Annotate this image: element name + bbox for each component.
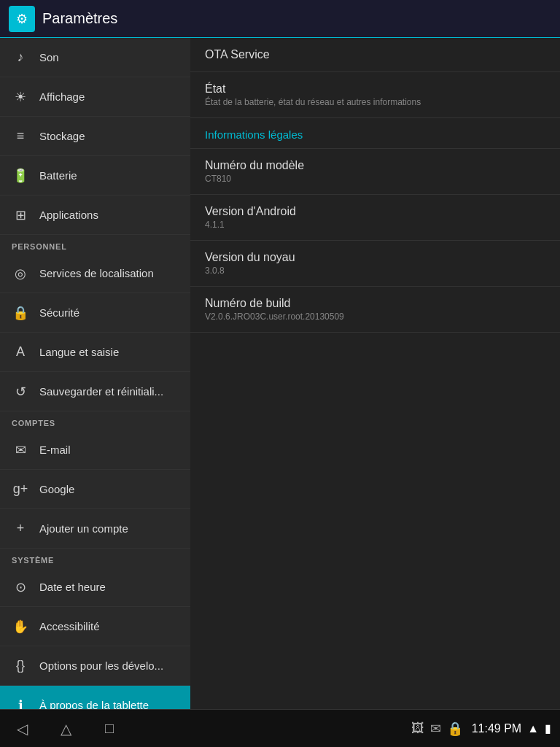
- sidebar-item-add-account[interactable]: +Ajouter un compte: [0, 509, 190, 549]
- sidebar-item-batterie[interactable]: 🔋Batterie: [0, 156, 190, 196]
- item-title-version-noyau: Version du noyau: [205, 251, 545, 264]
- page-title: Paramètres: [42, 10, 117, 27]
- item-subtitle-numero-modele: CT810: [205, 174, 545, 184]
- sauvegarder-icon: ↺: [12, 383, 29, 400]
- sidebar-item-securite[interactable]: 🔒Sécurité: [0, 293, 190, 333]
- sidebar-item-a-propos[interactable]: ℹÀ propos de la tablette: [0, 686, 190, 709]
- sidebar-label-sauvegarder: Sauvegarder et réinitiali...: [39, 385, 163, 398]
- bottom-nav: ◁ △ □ 🖼 ✉ 🔒 11:49 PM ▲ ▮: [0, 709, 560, 747]
- google-icon: g+: [12, 481, 29, 498]
- applications-icon: ⊞: [12, 206, 29, 224]
- item-subtitle-numero-build: V2.0.6.JRO03C.user.root.20130509: [205, 311, 545, 322]
- content-item-version-noyau[interactable]: Version du noyau3.0.8: [190, 241, 560, 287]
- sidebar-label-a-propos: À propos de la tablette: [39, 699, 149, 709]
- sidebar-label-add-account: Ajouter un compte: [39, 522, 128, 535]
- accessibilite-icon: ✋: [12, 618, 29, 635]
- item-title-numero-build: Numéro de build: [205, 297, 545, 310]
- stockage-icon: ≡: [12, 128, 29, 145]
- sidebar-item-stockage[interactable]: ≡Stockage: [0, 117, 190, 156]
- add-account-icon: +: [12, 520, 29, 538]
- batterie-icon: 🔋: [12, 167, 29, 185]
- settings-icon: ⚙: [16, 11, 28, 27]
- content-area: OTA ServiceÉtatÉtat de la batterie, état…: [190, 38, 560, 709]
- sidebar-item-localisation[interactable]: ◎Services de localisation: [0, 254, 190, 293]
- sidebar-label-affichage: Affichage: [39, 90, 85, 103]
- email-icon: ✉: [12, 441, 29, 459]
- main-layout: ♪Son☀Affichage≡Stockage🔋Batterie⊞Applica…: [0, 38, 560, 709]
- top-bar: ⚙ Paramètres: [0, 0, 560, 38]
- sidebar-item-applications[interactable]: ⊞Applications: [0, 196, 190, 235]
- localisation-icon: ◎: [12, 265, 29, 282]
- wifi-icon: ▲: [527, 722, 539, 735]
- gallery-icon: 🖼: [411, 721, 424, 736]
- time-display: 11:49 PM: [472, 722, 521, 735]
- sidebar-item-son[interactable]: ♪Son: [0, 38, 190, 77]
- mail-icon: ✉: [430, 721, 441, 737]
- sidebar-item-affichage[interactable]: ☀Affichage: [0, 77, 190, 117]
- sidebar-item-options-dev[interactable]: {}Options pour les dévelo...: [0, 646, 190, 686]
- options-dev-icon: {}: [12, 657, 29, 675]
- back-button[interactable]: ◁: [0, 714, 44, 743]
- langue-icon: A: [12, 344, 29, 361]
- sidebar-label-langue: Langue et saisie: [39, 346, 119, 358]
- sidebar-label-applications: Applications: [39, 209, 98, 221]
- sidebar-label-batterie: Batterie: [39, 169, 77, 182]
- affichage-icon: ☀: [12, 88, 29, 106]
- sidebar-item-accessibilite[interactable]: ✋Accessibilité: [0, 607, 190, 646]
- content-item-numero-modele[interactable]: Numéro du modèleCT810: [190, 149, 560, 195]
- battery-icon: ▮: [545, 721, 551, 735]
- sidebar-item-email[interactable]: ✉E-mail: [0, 430, 190, 470]
- sidebar-label-securite: Sécurité: [39, 306, 79, 319]
- sidebar-label-stockage: Stockage: [39, 130, 85, 142]
- sidebar-label-localisation: Services de localisation: [39, 267, 154, 279]
- home-button[interactable]: △: [44, 714, 88, 743]
- item-title-ota: OTA Service: [205, 48, 545, 61]
- sidebar: ♪Son☀Affichage≡Stockage🔋Batterie⊞Applica…: [0, 38, 190, 709]
- sidebar-item-google[interactable]: g+Google: [0, 470, 190, 509]
- app-icon: ⚙: [9, 6, 35, 32]
- content-section-infos-legales-header: Informations légales: [190, 118, 560, 149]
- content-item-etat[interactable]: ÉtatÉtat de la batterie, état du réseau …: [190, 72, 560, 118]
- securite-icon: 🔒: [12, 304, 29, 322]
- sidebar-item-date[interactable]: ⊙Date et heure: [0, 568, 190, 607]
- item-subtitle-version-android: 4.1.1: [205, 220, 545, 230]
- content-item-numero-build[interactable]: Numéro de buildV2.0.6.JRO03C.user.root.2…: [190, 287, 560, 333]
- section-header-système: SYSTÈME: [0, 549, 190, 568]
- section-header-personnel: PERSONNEL: [0, 235, 190, 254]
- item-title-numero-modele: Numéro du modèle: [205, 159, 545, 172]
- content-item-version-android[interactable]: Version d'Android4.1.1: [190, 195, 560, 241]
- item-subtitle-etat: État de la batterie, état du réseau et a…: [205, 97, 545, 107]
- content-item-ota[interactable]: OTA Service: [190, 38, 560, 72]
- recents-button[interactable]: □: [88, 714, 131, 743]
- sidebar-label-options-dev: Options pour les dévelo...: [39, 659, 163, 672]
- sidebar-label-email: E-mail: [39, 444, 71, 456]
- sidebar-label-date: Date et heure: [39, 581, 106, 593]
- section-header-comptes: COMPTES: [0, 411, 190, 430]
- item-title-etat: État: [205, 82, 545, 96]
- a-propos-icon: ℹ: [12, 697, 29, 710]
- sidebar-label-son: Son: [39, 51, 59, 63]
- sidebar-label-google: Google: [39, 483, 74, 495]
- item-title-version-android: Version d'Android: [205, 205, 545, 218]
- item-subtitle-version-noyau: 3.0.8: [205, 266, 545, 276]
- sidebar-item-sauvegarder[interactable]: ↺Sauvegarder et réinitiali...: [0, 372, 190, 411]
- lock-icon: 🔒: [447, 721, 463, 737]
- date-icon: ⊙: [12, 578, 29, 596]
- son-icon: ♪: [12, 49, 29, 66]
- sidebar-label-accessibilite: Accessibilité: [39, 620, 100, 632]
- sidebar-item-langue[interactable]: ALangue et saisie: [0, 333, 190, 372]
